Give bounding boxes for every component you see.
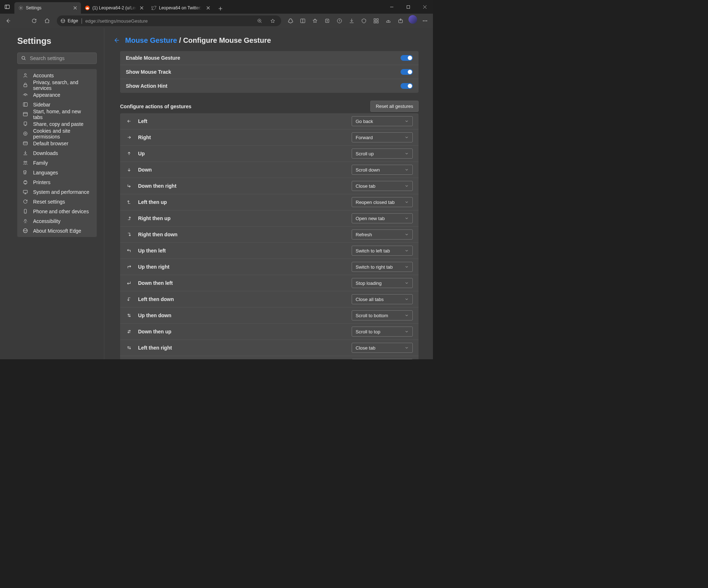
nav-icon xyxy=(22,150,28,156)
sidebar-item[interactable]: Reset settings xyxy=(17,197,97,206)
sidebar-item[interactable]: ALanguages xyxy=(17,168,97,177)
gesture-action-dropdown[interactable]: Stop loading xyxy=(352,278,413,288)
gesture-action-dropdown[interactable]: Refresh xyxy=(352,229,413,240)
nav-icon xyxy=(22,228,28,234)
search-icon xyxy=(21,56,26,61)
sidebar-item-label: Printers xyxy=(33,179,50,185)
sidebar-item[interactable]: System and performance xyxy=(17,187,97,197)
tab-reddit[interactable]: (1) Leopeva64-2 (u/Leopeva64-2) xyxy=(81,2,147,14)
history-icon[interactable] xyxy=(334,15,345,27)
close-icon[interactable] xyxy=(205,5,211,11)
tab-settings[interactable]: Settings xyxy=(14,2,81,14)
sidebar-item-label: Default browser xyxy=(33,141,68,146)
sidebar-item[interactable]: Sidebar xyxy=(17,100,97,109)
settings-search[interactable] xyxy=(17,53,97,64)
gesture-action-dropdown[interactable]: Scroll to top xyxy=(352,327,413,337)
sidebar-item[interactable]: Accounts xyxy=(17,70,97,80)
sidebar-item-label: Languages xyxy=(33,170,58,176)
sidebar-item[interactable]: Appearance xyxy=(17,90,97,100)
maximize-button[interactable] xyxy=(400,0,416,14)
refresh-button[interactable] xyxy=(28,15,40,27)
reset-gestures-button[interactable]: Reset all gestures xyxy=(370,101,419,112)
gesture-action-dropdown[interactable]: Close tab xyxy=(352,343,413,353)
close-icon[interactable] xyxy=(139,5,145,11)
close-icon[interactable] xyxy=(72,5,78,11)
sidebar-item-label: Start, home, and new tabs xyxy=(33,109,92,120)
favorite-icon[interactable] xyxy=(268,16,278,26)
gesture-action-dropdown[interactable]: Scroll down xyxy=(352,165,413,175)
dropdown-value: Scroll up xyxy=(356,151,374,156)
profile-avatar[interactable] xyxy=(408,15,417,24)
gesture-action-dropdown[interactable]: Switch to right tab xyxy=(352,262,413,272)
gesture-action-dropdown[interactable]: Open new tab xyxy=(352,213,413,223)
toggle-switch[interactable] xyxy=(401,69,413,75)
gesture-action-dropdown[interactable]: Reopen closed tab xyxy=(352,359,413,359)
sidebar-item[interactable]: Share, copy and paste xyxy=(17,119,97,129)
sidebar-item[interactable]: About Microsoft Edge xyxy=(17,226,97,236)
gesture-action-dropdown[interactable]: Scroll to bottom xyxy=(352,310,413,320)
search-input[interactable] xyxy=(30,55,93,61)
sidebar-item[interactable]: Privacy, search, and services xyxy=(17,80,97,90)
tracking-icon[interactable] xyxy=(358,15,370,27)
share-icon[interactable] xyxy=(395,15,406,27)
sidebar-item[interactable]: Cookies and site permissions xyxy=(17,129,97,138)
dropdown-value: Stop loading xyxy=(356,281,382,286)
gesture-action-dropdown[interactable]: Close tab xyxy=(352,181,413,191)
home-button[interactable] xyxy=(41,15,53,27)
gesture-row: Down then right Close tab xyxy=(120,178,419,194)
gesture-action-dropdown[interactable]: Forward xyxy=(352,132,413,142)
sidebar-item[interactable]: Accessibility xyxy=(17,216,97,226)
nav-icon xyxy=(22,218,28,224)
menu-icon[interactable] xyxy=(419,15,431,27)
split-screen-icon[interactable] xyxy=(297,15,309,27)
toggle-switch[interactable] xyxy=(401,83,413,89)
minimize-button[interactable] xyxy=(383,0,400,14)
breadcrumb-sep: / xyxy=(179,36,183,44)
gesture-action-dropdown[interactable]: Go back xyxy=(352,116,413,126)
settings-sidebar: Settings AccountsPrivacy, search, and se… xyxy=(0,28,104,359)
sidebar-item[interactable]: Phone and other devices xyxy=(17,206,97,216)
collections-icon[interactable] xyxy=(321,15,333,27)
chevron-down-icon xyxy=(405,265,409,269)
svg-rect-14 xyxy=(374,21,376,23)
site-identity[interactable]: Edge xyxy=(60,18,78,23)
close-window-button[interactable] xyxy=(416,0,433,14)
gesture-action-dropdown[interactable]: Switch to left tab xyxy=(352,246,413,256)
sidebar-item[interactable]: Downloads xyxy=(17,148,97,158)
chevron-down-icon xyxy=(405,119,409,123)
breadcrumb-back-button[interactable] xyxy=(112,36,121,45)
gesture-name: Left then down xyxy=(138,296,346,302)
svg-point-18 xyxy=(425,20,425,21)
breadcrumb-parent[interactable]: Mouse Gesture xyxy=(125,36,177,44)
gesture-action-dropdown[interactable]: Close all tabs xyxy=(352,294,413,304)
gestures-header: Configure actions of gestures Reset all … xyxy=(120,101,419,112)
sidebar-item[interactable]: Default browser xyxy=(17,138,97,148)
gesture-action-dropdown[interactable]: Reopen closed tab xyxy=(352,197,413,207)
nav-icon xyxy=(22,102,28,108)
performance-icon[interactable] xyxy=(383,15,394,27)
extensions-icon[interactable] xyxy=(285,15,296,27)
downloads-icon[interactable] xyxy=(346,15,357,27)
zoom-icon[interactable] xyxy=(255,16,265,26)
new-tab-button[interactable] xyxy=(215,4,225,14)
toggle-switch[interactable] xyxy=(401,55,413,61)
sidebar-item[interactable]: Printers xyxy=(17,177,97,187)
gesture-name: Down then left xyxy=(138,280,346,286)
page-title: Settings xyxy=(17,36,97,46)
favorites-icon[interactable] xyxy=(309,15,321,27)
gesture-action-dropdown[interactable]: Scroll up xyxy=(352,149,413,159)
back-button[interactable] xyxy=(2,15,14,27)
gesture-name: Up then down xyxy=(138,313,346,318)
forward-button[interactable] xyxy=(15,15,27,27)
tab-actions-button[interactable] xyxy=(0,0,14,14)
apps-icon[interactable] xyxy=(370,15,382,27)
tab-twitter[interactable]: Leopeva64 on Twitter: "There are xyxy=(147,2,214,14)
chevron-down-icon xyxy=(405,216,409,220)
sidebar-item[interactable]: Start, home, and new tabs xyxy=(17,109,97,119)
svg-point-27 xyxy=(23,132,27,136)
gesture-direction-icon xyxy=(126,134,132,141)
sidebar-item[interactable]: Family xyxy=(17,158,97,168)
svg-point-4 xyxy=(86,8,87,9)
gesture-name: Up then right xyxy=(138,264,346,270)
address-bar[interactable]: Edge | edge://settings/mouseGesture xyxy=(57,15,281,26)
